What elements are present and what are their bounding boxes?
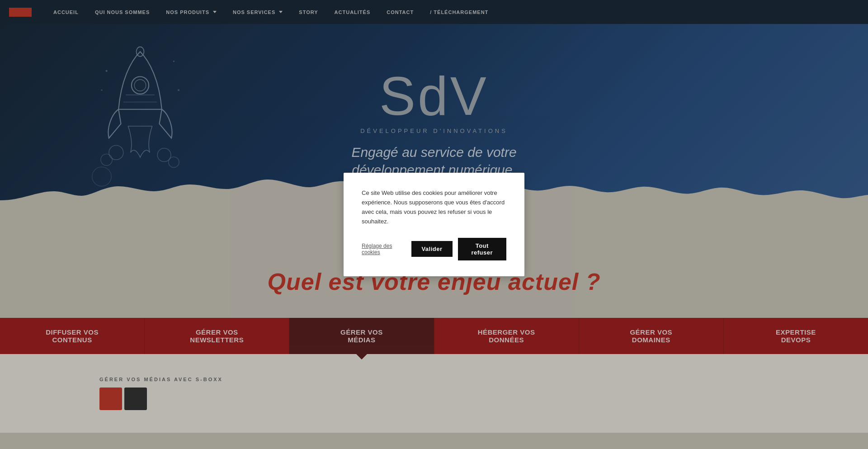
cookie-modal: Ce site Web utilise des cookies pour amé…: [344, 173, 524, 276]
cookie-modal-overlay: Ce site Web utilise des cookies pour amé…: [0, 0, 868, 433]
cookie-actions: Réglage des cookies Valider Tout refuser: [362, 238, 506, 260]
cookie-text: Ce site Web utilise des cookies pour amé…: [362, 189, 506, 226]
cookie-settings-link[interactable]: Réglage des cookies: [362, 243, 406, 255]
refuse-button[interactable]: Tout refuser: [458, 238, 506, 260]
validate-button[interactable]: Valider: [411, 241, 452, 257]
